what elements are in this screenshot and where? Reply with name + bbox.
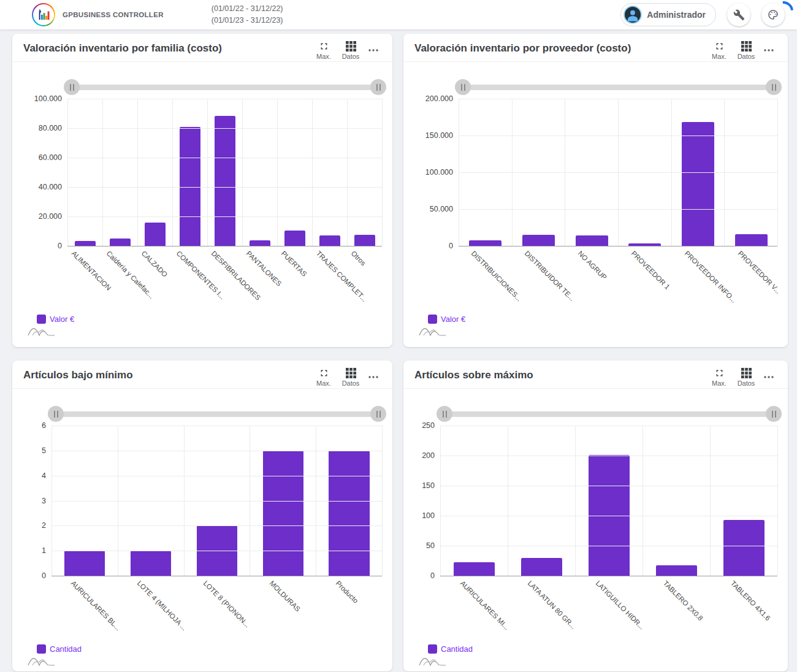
bar[interactable] xyxy=(454,562,495,576)
more-options-button[interactable] xyxy=(364,368,383,381)
grid-icon xyxy=(741,41,752,52)
slider-handle-left[interactable] xyxy=(437,406,452,422)
slider-handle-right[interactable] xyxy=(766,79,782,95)
bar[interactable] xyxy=(735,234,768,246)
y-tick-label: 20.000 xyxy=(39,212,62,221)
panel-valoracion-inventario-proveedor: Valoración inventario por proveedor (cos… xyxy=(403,34,788,347)
panel-title: Artículos bajo mínimo xyxy=(23,368,310,381)
more-options-button[interactable] xyxy=(760,41,778,54)
gridline xyxy=(459,172,777,173)
bar[interactable] xyxy=(180,127,201,246)
bar[interactable] xyxy=(250,240,271,246)
data-table-button[interactable]: Datos xyxy=(337,41,364,62)
app-header: GPBUSINESS CONTROLLER (01/01/22 - 31/12/… xyxy=(0,0,797,29)
panel-articulos-sobre-maximo: Artículos sobre máximo Max. Datos 250200… xyxy=(403,361,788,671)
slider-handle-left[interactable] xyxy=(64,79,80,95)
legend-item[interactable]: Cantidad xyxy=(37,644,392,654)
gridline xyxy=(440,516,777,516)
x-axis-label: LOTE 8 (PIONON... xyxy=(202,579,251,628)
bar[interactable] xyxy=(319,235,341,246)
chart-legend: Valor € xyxy=(418,315,788,337)
more-options-button[interactable] xyxy=(760,368,778,381)
slider-track[interactable] xyxy=(67,85,383,90)
bar[interactable] xyxy=(522,235,555,246)
bar[interactable] xyxy=(145,223,166,246)
y-tick-label: 0 xyxy=(42,571,46,580)
slider-handle-left[interactable] xyxy=(48,406,64,422)
legend-item[interactable]: Valor € xyxy=(37,315,392,324)
slider-handle-left[interactable] xyxy=(455,79,471,95)
bar[interactable] xyxy=(682,122,714,246)
x-axis-label: LOTE 4 (MILHOJA ... xyxy=(136,579,188,632)
x-axis-label: LATIGUILLO HIDR... xyxy=(594,579,646,631)
y-tick-label: 1 xyxy=(42,546,46,555)
fullscreen-icon xyxy=(319,41,329,52)
bar[interactable] xyxy=(64,551,105,576)
bar[interactable] xyxy=(521,558,563,576)
category-column xyxy=(67,99,102,246)
legend-item[interactable]: Valor € xyxy=(428,315,788,324)
bar[interactable] xyxy=(284,231,306,246)
y-tick-label: 100 xyxy=(422,511,435,520)
bar[interactable] xyxy=(576,235,608,246)
gridline xyxy=(459,99,777,99)
gridline xyxy=(51,501,382,502)
bar[interactable] xyxy=(263,451,303,576)
fullscreen-icon xyxy=(714,41,725,52)
bar[interactable] xyxy=(110,239,131,246)
app-logo-icon xyxy=(32,3,55,26)
distribution-curves-icon xyxy=(27,324,56,337)
category-column xyxy=(710,426,777,576)
bar[interactable] xyxy=(354,235,376,246)
y-tick-label: 150.000 xyxy=(425,131,453,140)
tools-button[interactable] xyxy=(727,3,750,26)
maximize-button[interactable]: Max. xyxy=(310,41,337,62)
y-tick-label: 5 xyxy=(42,446,46,455)
data-table-button[interactable]: Datos xyxy=(337,368,364,389)
bar[interactable] xyxy=(656,565,698,576)
y-tick-label: 4 xyxy=(42,472,46,480)
gridline xyxy=(67,216,382,217)
legend-item[interactable]: Cantidad xyxy=(428,644,788,654)
slider-handle-right[interactable] xyxy=(370,79,386,95)
maximize-button[interactable]: Max. xyxy=(706,368,733,389)
app-title: GPBUSINESS CONTROLLER xyxy=(63,11,164,18)
chart-legend: Cantidad xyxy=(418,644,788,667)
chart-legend: Cantidad xyxy=(27,644,392,667)
y-tick-label: 50.000 xyxy=(430,205,453,213)
x-axis-label: TABLERO 2X0.8 xyxy=(662,579,704,622)
bar[interactable] xyxy=(329,451,369,576)
range-slider[interactable] xyxy=(440,406,778,422)
y-axis: 200.000150.000100.00050.0000 xyxy=(414,99,459,246)
slider-handle-right[interactable] xyxy=(370,406,386,422)
slider-track[interactable] xyxy=(51,411,383,417)
maximize-button[interactable]: Max. xyxy=(706,41,733,62)
range-slider[interactable] xyxy=(67,79,383,95)
bar[interactable] xyxy=(215,116,236,246)
x-axis-label: PROVEEDOR 1 xyxy=(630,250,671,291)
legend-label: Valor € xyxy=(441,315,465,324)
slider-track[interactable] xyxy=(440,411,778,417)
bar[interactable] xyxy=(131,551,171,576)
user-menu-button[interactable]: Administrador xyxy=(620,3,716,26)
gridline xyxy=(67,99,382,99)
range-slider[interactable] xyxy=(51,406,383,422)
x-axis-label: PROVEEDOR V... xyxy=(736,250,782,295)
data-table-button[interactable]: Datos xyxy=(733,368,760,389)
x-axis-label: DISTRIBUIDOR TE... xyxy=(524,250,576,302)
slider-handle-right[interactable] xyxy=(766,406,782,422)
more-options-button[interactable] xyxy=(364,41,383,54)
x-axis-label: Producto xyxy=(335,579,360,605)
bar[interactable] xyxy=(75,241,96,246)
category-column xyxy=(137,99,172,246)
x-axis: DISTRIBUICIONES...DISTRIBUIDOR TE...NO A… xyxy=(459,246,778,313)
range-slider[interactable] xyxy=(459,79,778,95)
maximize-button[interactable]: Max. xyxy=(310,368,337,389)
x-axis-label: AURICULARES BL... xyxy=(70,579,122,632)
data-table-button[interactable]: Datos xyxy=(733,41,760,62)
date-range-2: (01/01/23 - 31/12/23) xyxy=(212,15,283,26)
bar[interactable] xyxy=(469,240,501,246)
bar[interactable] xyxy=(723,520,765,576)
bar-chart: 200.000150.000100.00050.0000 DISTRIBUICI… xyxy=(414,79,778,313)
slider-track[interactable] xyxy=(459,85,778,90)
